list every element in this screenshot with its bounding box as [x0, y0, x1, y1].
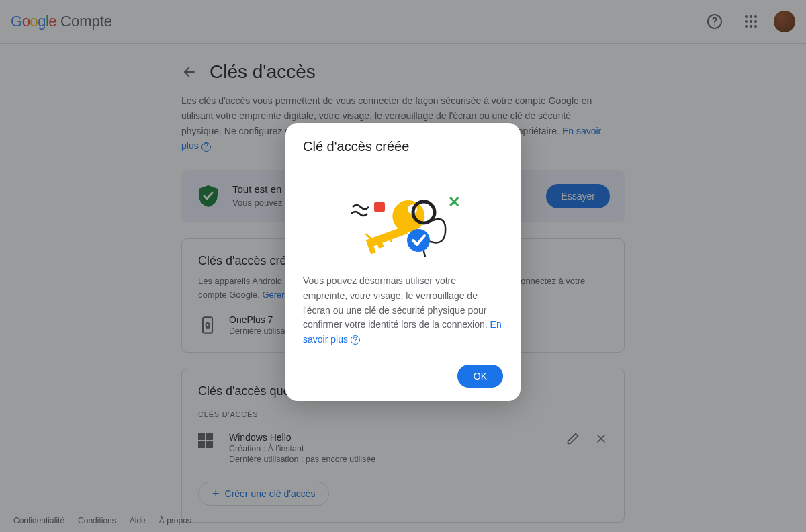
modal-title: Clé d'accès créée	[303, 139, 503, 154]
modal-scrim[interactable]: Clé d'accès créée ✕	[0, 0, 806, 532]
help-circle-icon: ?	[351, 335, 360, 345]
modal-actions: OK	[303, 365, 503, 388]
ok-button[interactable]: OK	[457, 365, 503, 388]
svg-rect-17	[367, 226, 408, 248]
svg-point-21	[407, 229, 430, 252]
modal-body-text: Vous pouvez désormais utiliser votre emp…	[303, 275, 490, 330]
modal-body: Vous pouvez désormais utiliser votre emp…	[303, 274, 503, 347]
svg-rect-13	[374, 202, 385, 212]
passkey-created-dialog: Clé d'accès créée ✕	[285, 123, 521, 400]
key-success-illustration: ✕	[303, 167, 503, 267]
svg-text:✕: ✕	[448, 193, 460, 210]
